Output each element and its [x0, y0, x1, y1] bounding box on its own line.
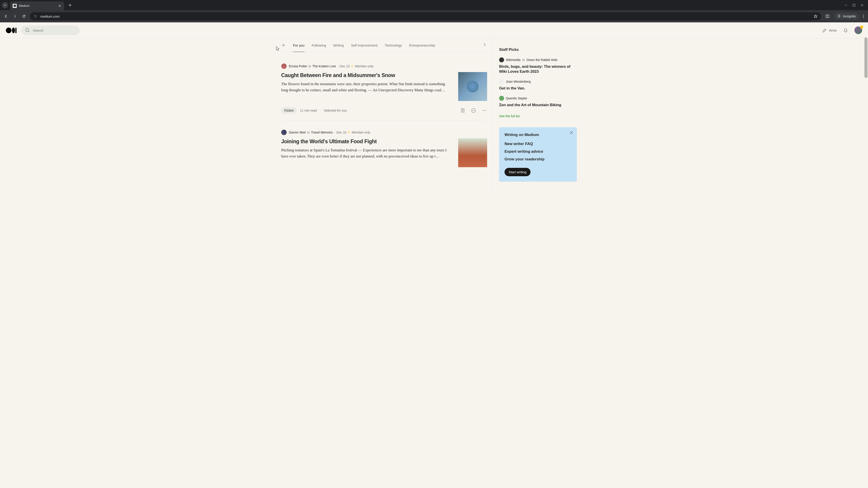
site-viewport: Write For you Following Writing Self Imp…	[0, 22, 868, 488]
pick-publication: Down the Rabbit Hole	[526, 58, 557, 62]
article-body[interactable]: Caught Between Fire and a Midsummer's Sn…	[281, 72, 487, 101]
author-name[interactable]: Erosia Potter	[289, 64, 307, 68]
write-button[interactable]: Write	[822, 28, 837, 33]
tab-writing[interactable]: Writing	[333, 43, 344, 52]
side-panel-button[interactable]	[824, 13, 831, 20]
promo-link[interactable]: Grow your readership	[504, 157, 571, 162]
site-settings-icon[interactable]	[33, 14, 37, 18]
tab-favicon: ⬛	[13, 4, 17, 8]
promo-link[interactable]: New writer FAQ	[504, 142, 571, 146]
article-body[interactable]: Joining the World's Ultimate Food Fight …	[281, 138, 487, 167]
close-window-button[interactable]	[861, 4, 864, 6]
add-topic-button[interactable]	[281, 43, 286, 52]
article-meta: Darren Weir in Travel Memoirs · Dec 10 ✦…	[281, 130, 487, 135]
incognito-badge[interactable]: Incognito	[834, 13, 859, 20]
search-input[interactable]	[33, 29, 76, 32]
pick-meta: Quentin Septer	[499, 96, 577, 101]
svg-rect-3	[826, 15, 829, 18]
meta-separator: ·	[337, 64, 338, 68]
save-button[interactable]	[460, 108, 465, 113]
member-star-icon: ✦	[348, 131, 350, 134]
article-excerpt: Pitching tomatoes at Spain's La Tomatina…	[281, 147, 449, 159]
article-tag[interactable]: Fiction	[281, 107, 297, 113]
svg-point-8	[26, 28, 29, 31]
pick-title: Get in the Van.	[499, 86, 577, 91]
search-icon	[25, 28, 30, 33]
browser-toolbar: medium.com Incognito	[0, 10, 868, 22]
medium-logo[interactable]	[6, 28, 17, 33]
staff-pick-item[interactable]: Joan Westenberg Get in the Van.	[499, 79, 577, 91]
tab-scroll-right-button[interactable]	[482, 42, 487, 47]
author-avatar[interactable]	[281, 130, 287, 135]
address-bar[interactable]: medium.com	[30, 12, 821, 20]
sidebar: Staff Picks Wikimedia in Down the Rabbit…	[493, 38, 583, 191]
show-less-button[interactable]	[471, 108, 476, 113]
notifications-button[interactable]	[843, 28, 848, 33]
author-avatar[interactable]	[281, 64, 287, 69]
bell-icon	[843, 28, 848, 33]
meta-in: in	[309, 64, 311, 68]
window-controls	[844, 4, 868, 6]
promo-close-button[interactable]	[569, 131, 573, 134]
promo-link[interactable]: Expert writing advice	[504, 149, 571, 154]
staff-pick-item[interactable]: Quentin Septer Zen and the Art of Mounta…	[499, 96, 577, 107]
forward-button[interactable]	[12, 13, 18, 20]
feed: Erosia Potter in The Kraken Lore · Dec 1…	[281, 52, 487, 174]
article-date: Dec 10	[336, 131, 346, 134]
pick-in: in	[522, 58, 525, 62]
tab-technology[interactable]: Technology	[385, 43, 402, 52]
pick-avatar	[499, 96, 504, 101]
tab-following[interactable]: Following	[312, 43, 326, 52]
avatar-member-badge	[860, 26, 863, 29]
staff-pick-item[interactable]: Wikimedia in Down the Rabbit Hole Birds,…	[499, 57, 577, 74]
member-only-label: Member-only	[355, 64, 373, 68]
minimize-button[interactable]	[844, 4, 847, 6]
meta-separator: ·	[334, 131, 335, 134]
tab-bar: ⬛ Medium	[0, 0, 868, 10]
article-thumbnail	[458, 138, 487, 167]
author-name[interactable]: Darren Weir	[289, 131, 306, 134]
svg-rect-0	[853, 4, 855, 6]
feed-tabs: For you Following Writing Self Improveme…	[281, 38, 487, 52]
bookmark-star-icon[interactable]	[813, 14, 817, 18]
read-time: 11 min read	[300, 109, 317, 112]
publication-name[interactable]: Travel Memoirs	[311, 131, 333, 134]
new-tab-button[interactable]	[67, 2, 73, 8]
search-box[interactable]	[21, 26, 80, 35]
article-excerpt: The flowers found in the mountains were …	[281, 81, 449, 93]
meta-in: in	[307, 131, 310, 134]
tab-search-button[interactable]	[2, 2, 8, 8]
browser-tab[interactable]: ⬛ Medium	[10, 1, 64, 10]
svg-point-12	[486, 110, 486, 111]
header-right: Write	[822, 26, 862, 34]
browser-menu-button[interactable]	[862, 14, 865, 18]
see-full-list-link[interactable]: See the full list	[499, 114, 520, 118]
pick-meta: Wikimedia in Down the Rabbit Hole	[499, 57, 577, 62]
reload-button[interactable]	[21, 13, 27, 20]
maximize-button[interactable]	[852, 4, 855, 6]
pick-author: Wikimedia	[506, 58, 521, 62]
article-text: Joining the World's Ultimate Food Fight …	[281, 138, 449, 167]
svg-point-7	[863, 18, 864, 18]
close-icon	[569, 131, 573, 134]
pick-title: Zen and the Art of Mountain Biking	[499, 103, 577, 107]
tab-entrepreneurship[interactable]: Entrepreneurship	[409, 43, 435, 52]
article-meta: Erosia Potter in The Kraken Lore · Dec 1…	[281, 64, 487, 69]
start-writing-button[interactable]: Start writing	[504, 168, 530, 176]
writing-promo-card: Writing on Medium New writer FAQ Expert …	[499, 127, 577, 182]
more-button[interactable]	[482, 108, 487, 113]
member-only-label: Member-only	[352, 131, 370, 134]
member-star-icon: ✦	[351, 64, 353, 68]
tab-close-button[interactable]	[58, 4, 61, 8]
tab-for-you[interactable]: For you	[293, 43, 305, 52]
user-avatar[interactable]	[855, 26, 862, 34]
back-button[interactable]	[3, 13, 9, 20]
promo-title: Writing on Medium	[504, 133, 571, 137]
article-footer: Fiction 11 min read · Selected for you	[281, 107, 487, 113]
incognito-label: Incognito	[843, 14, 856, 18]
scrollbar-thumb[interactable]	[864, 37, 868, 78]
publication-name[interactable]: The Kraken Lore	[312, 64, 336, 68]
tab-self-improvement[interactable]: Self Improvement	[351, 43, 378, 52]
bookmark-icon	[460, 108, 465, 113]
article-actions	[460, 108, 487, 113]
